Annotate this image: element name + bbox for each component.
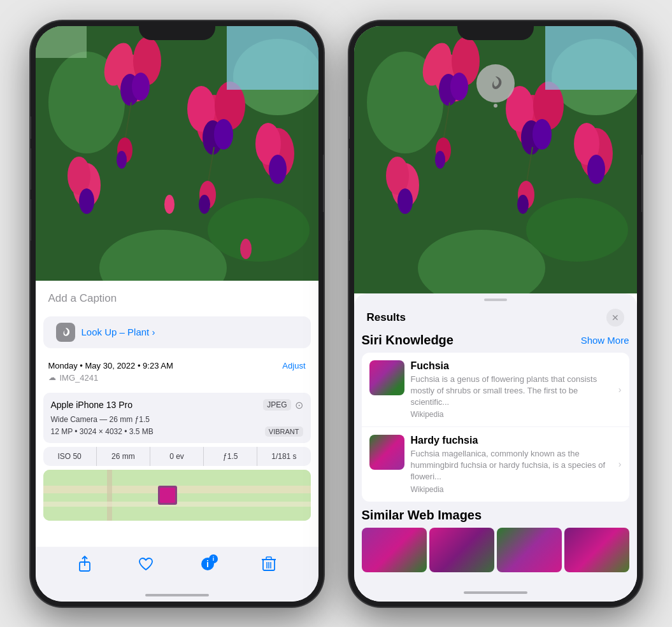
share-button[interactable] <box>78 556 92 576</box>
location-icon: ⊙ <box>295 399 303 411</box>
home-bar-2 <box>464 591 527 594</box>
siri-dot <box>494 104 497 108</box>
svg-rect-36 <box>160 488 175 503</box>
leaf-icon <box>60 327 71 338</box>
caption-placeholder: Add a Caption <box>48 292 117 304</box>
home-indicator <box>36 589 318 602</box>
mute-button-2[interactable] <box>349 116 350 139</box>
device-name: Apple iPhone 13 Pro <box>51 400 132 410</box>
share-icon <box>78 556 92 572</box>
volume-down-button[interactable] <box>31 199 31 241</box>
svg-rect-74 <box>545 26 637 90</box>
results-title: Results <box>367 311 406 324</box>
phone-1-screen: Add a Caption Look Up – Plant › Monday •… <box>36 26 318 602</box>
home-indicator-2 <box>354 589 637 602</box>
file-name: IMG_4241 <box>60 373 99 383</box>
results-panel: Results ✕ Siri Knowledge Show More <box>354 293 637 602</box>
svg-point-4 <box>208 198 310 262</box>
power-button-2[interactable] <box>641 155 642 212</box>
svg-point-61 <box>533 119 552 150</box>
cloud-icon: ☁ <box>48 373 56 382</box>
camera-spec: Wide Camera — 26 mm ƒ1.5 <box>51 415 303 424</box>
svg-point-70 <box>397 188 413 214</box>
trash-icon <box>262 556 276 572</box>
similar-image-3[interactable] <box>497 528 562 572</box>
similar-image-2[interactable] <box>429 528 494 572</box>
similar-web-title: Similar Web Images <box>362 508 629 523</box>
device-info-card: Apple iPhone 13 Pro JPEG ⊙ Wide Camera —… <box>43 393 311 443</box>
mp-text: 12 MP • 3024 × 4032 • 3.5 MB <box>51 427 154 436</box>
fuchsia-desc: Fuchsia is a genus of flowering plants t… <box>411 374 615 409</box>
similar-images-grid <box>362 528 629 572</box>
siri-lookup-icon <box>56 323 75 342</box>
hardy-fuchsia-thumb-image <box>369 435 404 470</box>
fuchsia-thumb-image <box>369 360 404 395</box>
device-badges: JPEG ⊙ <box>263 399 303 411</box>
adjust-button[interactable]: Adjust <box>282 361 305 370</box>
svg-rect-33 <box>107 470 112 521</box>
phone-1: Add a Caption Look Up – Plant › Monday •… <box>31 21 324 607</box>
map-thumbnail[interactable] <box>43 470 311 521</box>
show-more-button[interactable]: Show More <box>581 335 629 346</box>
hardy-fuchsia-chevron: › <box>618 459 622 469</box>
knowledge-item-fuchsia[interactable]: Fuchsia Fuchsia is a genus of flowering … <box>362 353 629 428</box>
close-results-button[interactable]: ✕ <box>606 309 624 327</box>
siri-lookup-bubble[interactable] <box>476 64 515 102</box>
exif-shutter: 1/181 s <box>257 447 310 466</box>
exif-iso: ISO 50 <box>43 447 97 466</box>
toolbar-bottom: i i <box>36 547 318 589</box>
siri-knowledge-header: Siri Knowledge Show More <box>362 333 629 348</box>
svg-point-14 <box>214 119 233 150</box>
volume-down-button-2[interactable] <box>349 199 350 241</box>
lookup-row[interactable]: Look Up – Plant › <box>43 316 311 348</box>
device-top: Apple iPhone 13 Pro JPEG ⊙ <box>51 399 303 411</box>
home-bar <box>145 594 209 596</box>
caption-area[interactable]: Add a Caption <box>36 281 318 316</box>
hardy-fuchsia-thumbnail <box>369 435 404 470</box>
similar-image-4[interactable] <box>564 528 629 572</box>
phone-2: Results ✕ Siri Knowledge Show More <box>349 21 642 607</box>
lookup-subject: Plant <box>127 327 149 337</box>
delete-button[interactable] <box>262 556 276 575</box>
fuchsia-thumbnail <box>369 360 404 395</box>
photo-display <box>36 26 318 281</box>
lookup-chevron: › <box>152 327 155 337</box>
svg-point-20 <box>199 195 210 214</box>
siri-leaf-icon <box>486 74 505 93</box>
vibrant-badge: VIBRANT <box>265 426 303 437</box>
hardy-fuchsia-source: Wikipedia <box>411 485 615 494</box>
favorite-button[interactable] <box>138 557 154 575</box>
hardy-fuchsia-title: Hardy fuchsia <box>411 435 615 446</box>
date-row: Monday • May 30, 2022 • 9:23 AM Adjust <box>48 361 306 370</box>
svg-rect-29 <box>227 26 318 90</box>
knowledge-item-hardy-fuchsia[interactable]: Hardy fuchsia Fuchsia magellanica, commo… <box>362 427 629 502</box>
svg-point-56 <box>450 73 468 101</box>
fuchsia-source: Wikipedia <box>411 410 615 419</box>
exif-row: ISO 50 26 mm 0 ev ƒ1.5 1/181 s <box>43 447 311 466</box>
hardy-fuchsia-desc: Fuchsia magellanica, commonly known as t… <box>411 448 615 483</box>
photo-display-2 <box>354 26 637 293</box>
file-row: ☁ IMG_4241 <box>48 373 306 383</box>
knowledge-card: Fuchsia Fuchsia is a genus of flowering … <box>362 353 629 502</box>
mp-row: 12 MP • 3024 × 4032 • 3.5 MB VIBRANT <box>51 426 303 437</box>
info-badge: i <box>209 554 218 563</box>
fuchsia-chevron: › <box>618 384 622 395</box>
lookup-label: Look Up – Plant › <box>82 327 155 337</box>
volume-up-button-2[interactable] <box>349 148 350 190</box>
svg-point-73 <box>587 155 605 184</box>
map-visual <box>43 470 311 521</box>
power-button[interactable] <box>323 155 324 212</box>
svg-point-23 <box>79 188 94 214</box>
fuchsia-info: Fuchsia Fuchsia is a genus of flowering … <box>411 360 615 419</box>
mute-button[interactable] <box>31 116 31 139</box>
volume-up-button[interactable] <box>31 148 31 190</box>
similar-image-1[interactable] <box>362 528 427 572</box>
info-button[interactable]: i i <box>200 556 215 575</box>
similar-web-section: Similar Web Images <box>362 508 629 572</box>
phone-2-screen: Results ✕ Siri Knowledge Show More <box>354 26 637 602</box>
hardy-fuchsia-info: Hardy fuchsia Fuchsia magellanica, commo… <box>411 435 615 494</box>
svg-rect-30 <box>36 26 87 58</box>
close-icon: ✕ <box>611 313 619 323</box>
svg-point-64 <box>435 151 445 169</box>
photo-date: Monday • May 30, 2022 • 9:23 AM <box>48 361 173 370</box>
